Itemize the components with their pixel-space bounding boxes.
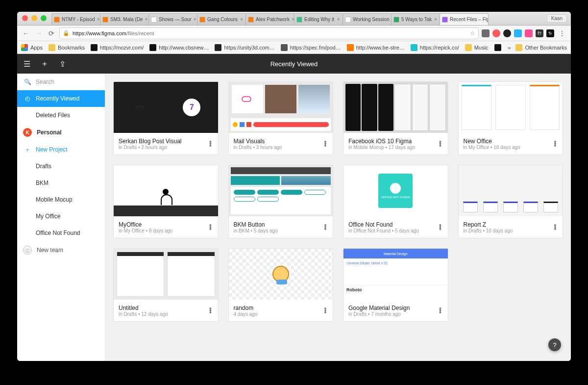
file-subtitle: in Drafts • 12 days ago bbox=[119, 311, 213, 317]
file-more-button[interactable]: ••• bbox=[436, 308, 445, 313]
bookmark-item[interactable]: https://crew.co/fou… bbox=[494, 44, 502, 51]
sidebar-project-item[interactable]: BKM bbox=[17, 175, 105, 191]
bookmark-item[interactable]: https://mozvr.com/ bbox=[91, 44, 144, 51]
bookmarks-overflow[interactable]: » bbox=[508, 45, 511, 51]
sidebar-section-personal[interactable]: K Personal bbox=[17, 124, 105, 141]
import-icon[interactable]: ⇪ bbox=[56, 58, 68, 70]
file-card[interactable]: OFFICE NOT FOUND Office Not Found in Off… bbox=[343, 165, 448, 238]
browser-tab[interactable]: 5 Ways to Tak × bbox=[391, 13, 440, 25]
close-tab-icon[interactable]: × bbox=[336, 17, 341, 22]
file-card[interactable]: Material DesignGeneral Sticker Sheet V.0… bbox=[343, 248, 448, 322]
bookmark-label: https://unity3d.com… bbox=[224, 45, 274, 51]
extension-icon[interactable] bbox=[503, 29, 511, 37]
close-tab-icon[interactable]: × bbox=[145, 17, 148, 22]
close-window-button[interactable] bbox=[22, 15, 28, 21]
clock-icon: ◴ bbox=[24, 95, 31, 102]
bookmark-label: http://www.cbsnew… bbox=[159, 45, 209, 51]
file-more-button[interactable]: ••• bbox=[321, 224, 330, 230]
chrome-menu-button[interactable]: ⋮ bbox=[557, 28, 567, 38]
file-card[interactable]: Report Z in Drafts • 10 days ago ••• bbox=[458, 165, 564, 238]
search-row[interactable]: 🔍 Search bbox=[17, 74, 105, 90]
file-card[interactable]: BKM Button in BKM • 5 days ago ••• bbox=[228, 165, 334, 238]
tab-label: Editing Why it bbox=[304, 17, 334, 22]
bookmark-star-icon[interactable]: ☆ bbox=[470, 30, 475, 37]
sidebar-item-deleted[interactable]: Deleted Files bbox=[17, 107, 105, 124]
close-tab-icon[interactable]: × bbox=[434, 17, 438, 22]
profile-chip[interactable]: Kaan bbox=[547, 14, 567, 23]
extension-icon[interactable] bbox=[525, 29, 533, 37]
minimize-window-button[interactable] bbox=[31, 15, 37, 21]
sidebar-item-recent[interactable]: ◴ Recently Viewed bbox=[17, 90, 105, 107]
file-more-button[interactable]: ••• bbox=[206, 224, 215, 230]
file-card[interactable]: Untitled in Drafts • 12 days ago ••• bbox=[113, 248, 219, 322]
file-meta: Google Material Design in Drafts • 7 mon… bbox=[343, 300, 448, 321]
back-button[interactable]: ← bbox=[21, 28, 31, 38]
bookmark-item[interactable]: http://www.cbsnew… bbox=[149, 44, 209, 51]
reload-button[interactable]: ⟳ bbox=[47, 28, 56, 38]
sidebar-project-item[interactable]: Drafts bbox=[17, 158, 105, 175]
bookmark-item[interactable]: http://www.be-stre… bbox=[347, 44, 405, 51]
browser-tab[interactable]: NTMY - Episod × bbox=[51, 13, 100, 25]
fullscreen-window-button[interactable] bbox=[41, 15, 47, 21]
extension-icon[interactable] bbox=[514, 29, 522, 37]
file-more-button[interactable]: ••• bbox=[551, 141, 560, 147]
new-team-button[interactable]: New team bbox=[17, 241, 105, 259]
hamburger-icon[interactable]: ☰ bbox=[21, 58, 33, 70]
file-card[interactable]: Facebook iOS 10 Figma in Mobile Mocup • … bbox=[343, 81, 448, 155]
favicon-icon bbox=[102, 17, 108, 23]
browser-tab[interactable]: Editing Why it × bbox=[294, 13, 343, 25]
file-card[interactable]: ░░░7 Serkan Blog Post Visual in Drafts •… bbox=[113, 81, 219, 155]
file-card[interactable]: MyOffice in My Office • 8 days ago ••• bbox=[113, 165, 219, 238]
browser-tab[interactable]: SM3. Mala (De × bbox=[100, 13, 149, 25]
extension-icon[interactable]: ఌ bbox=[546, 29, 554, 37]
extension-icon[interactable]: f? bbox=[536, 29, 543, 37]
file-card[interactable]: Mail Visuals in Drafts • 3 hours ago ••• bbox=[228, 81, 334, 155]
bookmark-item[interactable]: https://repick.co/ bbox=[411, 44, 459, 51]
extension-icon[interactable] bbox=[482, 29, 490, 37]
file-more-button[interactable]: ••• bbox=[206, 141, 215, 147]
bookmark-item[interactable]: https://unity3d.com… bbox=[215, 44, 274, 51]
extension-icon[interactable] bbox=[492, 29, 500, 37]
close-tab-icon[interactable]: × bbox=[97, 17, 100, 22]
close-tab-icon[interactable]: × bbox=[240, 17, 244, 22]
forward-button[interactable]: → bbox=[34, 28, 44, 38]
new-project-button[interactable]: ＋ New Project bbox=[17, 141, 105, 158]
address-bar[interactable]: 🔒 https://www.figma.com/files/recent ☆ bbox=[59, 27, 479, 39]
file-more-button[interactable]: ••• bbox=[551, 224, 560, 230]
sidebar-project-item[interactable]: Office Not Found bbox=[17, 225, 105, 241]
sidebar-project-item[interactable]: Mobile Mocup bbox=[17, 191, 105, 208]
file-more-button[interactable]: ••• bbox=[321, 308, 330, 313]
tab-strip: NTMY - Episod × SM3. Mala (De × Shows — … bbox=[17, 12, 571, 26]
bookmarks-folder[interactable]: Bookmarks bbox=[49, 44, 85, 51]
tab-label: 5 Ways to Tak bbox=[401, 17, 432, 22]
new-file-icon[interactable]: ＋ bbox=[39, 58, 50, 70]
bookmark-item[interactable]: https://spec.fm/pod… bbox=[281, 44, 341, 51]
file-title: Google Material Design bbox=[348, 305, 443, 311]
file-card[interactable]: random 4 days ago ••• bbox=[228, 248, 334, 322]
browser-tab[interactable]: Gang Colours × bbox=[197, 13, 246, 25]
bookmark-item[interactable]: Music bbox=[465, 44, 489, 51]
favicon-icon bbox=[54, 17, 60, 23]
file-thumbnail bbox=[459, 82, 563, 133]
file-thumbnail bbox=[229, 82, 333, 133]
file-meta: MyOffice in My Office • 8 days ago ••• bbox=[114, 216, 218, 238]
file-more-button[interactable]: ••• bbox=[436, 141, 445, 147]
browser-tab[interactable]: Recent Files – Fig × bbox=[440, 13, 489, 25]
help-button[interactable]: ? bbox=[548, 338, 561, 351]
browser-tab[interactable]: Alex Patchwork × bbox=[245, 13, 294, 25]
apps-shortcut[interactable]: Apps bbox=[21, 44, 43, 51]
bookmark-label: http://www.be-stre… bbox=[356, 45, 405, 51]
file-more-button[interactable]: ••• bbox=[321, 141, 330, 147]
sidebar-project-item[interactable]: My Office bbox=[17, 208, 105, 225]
sidebar: 🔍 Search ◴ Recently Viewed Deleted Files… bbox=[17, 74, 105, 361]
file-more-button[interactable]: ••• bbox=[206, 308, 215, 313]
favicon-icon bbox=[442, 17, 448, 23]
file-subtitle: in Drafts • 3 hours ago bbox=[234, 145, 328, 150]
browser-tab[interactable]: Shows — Sour × bbox=[148, 13, 197, 25]
browser-tab[interactable]: Working Session × bbox=[343, 13, 392, 25]
file-card[interactable]: New Office in My Office • 18 days ago ••… bbox=[458, 81, 564, 155]
close-tab-icon[interactable]: × bbox=[194, 17, 196, 22]
bookmark-favicon-icon bbox=[149, 44, 156, 51]
file-more-button[interactable]: ••• bbox=[436, 224, 445, 230]
other-bookmarks[interactable]: Other Bookmarks bbox=[515, 44, 567, 51]
